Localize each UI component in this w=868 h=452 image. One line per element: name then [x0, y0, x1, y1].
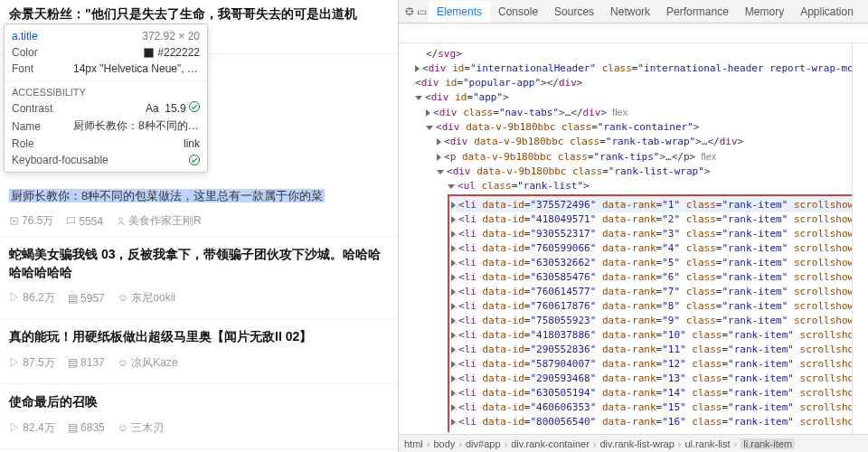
- dom-node-rank-item[interactable]: <li data-id="418037886" data-rank="10" c…: [451, 328, 861, 343]
- comment-count: ▤ 6835: [68, 420, 105, 436]
- tab-network[interactable]: Network: [602, 1, 658, 23]
- divider: [0, 318, 398, 319]
- video-meta: 76.5万 5554 美食作家王刚R: [9, 213, 389, 229]
- divider: [0, 383, 398, 384]
- video-meta: ▷ 82.4万▤ 6835☺ 三木刃: [9, 420, 389, 436]
- divider: [0, 236, 398, 237]
- dom-node-rank-item[interactable]: <li data-id="672936862" data-rank="17" c…: [451, 429, 861, 432]
- comment-icon: [66, 216, 76, 226]
- comment-count: 5554: [66, 213, 103, 229]
- dom-node-rank-item[interactable]: <li data-id="460606353" data-rank="15" c…: [451, 400, 861, 415]
- dom-node-rank-item[interactable]: <li data-id="760599066" data-rank="4" cl…: [451, 241, 861, 256]
- a11y-name-value: 厨师长教你：8种不同的包菜做法，这里…: [73, 118, 200, 134]
- author: ☺ 凉风Kaze: [118, 355, 178, 371]
- tooltip-a11y-header: ACCESSIBILITY: [5, 80, 207, 99]
- dom-node-rank-item[interactable]: <li data-id="630505194" data-rank="14" c…: [451, 386, 861, 400]
- tooltip-font-label: Font: [12, 62, 33, 75]
- author: ☺ 东尼ookii: [118, 290, 175, 306]
- role-value: link: [184, 137, 200, 150]
- play-count: ▷ 87.5万: [9, 355, 55, 371]
- dom-node-rank-item[interactable]: <li data-id="418049571" data-rank="2" cl…: [451, 212, 861, 227]
- dom-node-rank-item[interactable]: <li data-id="758055923" data-rank="9" cl…: [451, 314, 861, 328]
- video-title: 蛇蝎美女骗我钱 03，反被我拿下，带领骗子团伙攻下沙城。哈哈哈哈哈哈哈哈: [9, 246, 389, 281]
- tab-application[interactable]: Application: [792, 1, 862, 23]
- video-item[interactable]: 使命最后的召唤▷ 82.4万▤ 6835☺ 三木刃: [0, 388, 398, 445]
- check-icon: [189, 101, 200, 112]
- author: 美食作家王刚R: [116, 213, 202, 229]
- video-item[interactable]: 真的能玩！用硬纸板做出超级马里奥【闻片无敌II 02】▷ 87.5万▤ 8137…: [0, 323, 398, 380]
- highlighted-title: 厨师长教你：8种不同的包菜做法，这里总有一款属于你的菜: [9, 189, 325, 202]
- video-title: 使命最后的召唤: [9, 393, 389, 411]
- crumb[interactable]: div.rank-list-wrap: [600, 438, 675, 449]
- dom-node-rank-item[interactable]: <li data-id="375572496" data-rank="1" cl…: [451, 198, 861, 212]
- inspector-tooltip: a.title372.92 × 20 Color#222222 Font14px…: [4, 24, 208, 173]
- tooltip-font-value: 14px "Helvetica Neue", Tahoma, Arial, Pi…: [73, 62, 200, 75]
- crumb[interactable]: li.rank-item: [741, 438, 795, 449]
- content-pane: 余景天粉丝："他们只是失去了生命，我哥哥失去的可是出道机会"？？ 厨师长教你：8…: [0, 0, 398, 452]
- dom-node-rank-item[interactable]: <li data-id="800056540" data-rank="16" c…: [451, 415, 861, 429]
- crumb[interactable]: html: [404, 438, 423, 449]
- tab-performance[interactable]: Performance: [658, 1, 737, 23]
- user-icon: [116, 216, 126, 226]
- device-icon[interactable]: ▭: [417, 5, 427, 18]
- tooltip-color-value: #222222: [144, 46, 200, 59]
- contrast-label: Contrast: [12, 102, 52, 115]
- dom-node-rank-item[interactable]: <li data-id="760617876" data-rank="8" cl…: [451, 299, 861, 314]
- dom-node-rank-item[interactable]: <li data-id="587904007" data-rank="12" c…: [451, 357, 861, 372]
- author: ☺ 三木刃: [118, 420, 165, 436]
- inspect-icon[interactable]: ⯐: [404, 5, 415, 18]
- comment-count: ▤ 5957: [68, 290, 105, 306]
- dom-node-rank-item[interactable]: <li data-id="630532662" data-rank="5" cl…: [451, 256, 861, 270]
- tab-elements[interactable]: Elements: [429, 1, 490, 24]
- play-icon: [9, 216, 19, 226]
- play-count: ▷ 86.2万: [9, 290, 55, 306]
- video-item[interactable]: 蛇蝎美女骗我钱 03，反被我拿下，带领骗子团伙攻下沙城。哈哈哈哈哈哈哈哈▷ 86…: [0, 240, 398, 315]
- crumb[interactable]: body: [433, 438, 455, 449]
- tooltip-color-label: Color: [12, 46, 38, 59]
- dom-breadcrumb[interactable]: html›body›div#app›div.rank-container›div…: [399, 434, 868, 452]
- tab-sources[interactable]: Sources: [546, 1, 602, 23]
- devtools-pane: ⯐ ▭ ElementsConsoleSourcesNetworkPerform…: [398, 0, 868, 452]
- play-count: 76.5万: [9, 213, 53, 229]
- crumb[interactable]: div.rank-container: [511, 438, 590, 449]
- dom-node-rank-item[interactable]: <li data-id="290593468" data-rank="13" c…: [451, 372, 861, 386]
- highlighted-item[interactable]: 厨师长教你：8种不同的包菜做法，这里总有一款属于你的菜 76.5万 5554 美…: [0, 186, 398, 232]
- crumb[interactable]: ul.rank-list: [684, 438, 730, 449]
- tab-security[interactable]: Security: [862, 1, 868, 23]
- a11y-name-label: Name: [12, 120, 41, 133]
- check-icon: [189, 155, 200, 165]
- tab-memory[interactable]: Memory: [737, 1, 792, 23]
- color-swatch: [144, 48, 154, 58]
- dom-tree[interactable]: </svg> <div id="internationalHeader" cla…: [399, 43, 868, 432]
- video-meta: ▷ 87.5万▤ 8137☺ 凉风Kaze: [9, 355, 389, 371]
- divider: [0, 448, 398, 449]
- role-label: Role: [12, 137, 34, 150]
- dom-toolbar: [399, 24, 868, 43]
- contrast-value: Aa 15.9: [146, 101, 200, 115]
- video-meta: ▷ 86.2万▤ 5957☺ 东尼ookii: [9, 290, 389, 306]
- tab-console[interactable]: Console: [490, 1, 546, 23]
- tooltip-selector: a.title372.92 × 20: [5, 24, 207, 44]
- video-title: 真的能玩！用硬纸板做出超级马里奥【闻片无敌II 02】: [9, 328, 389, 346]
- devtools-tabs: ⯐ ▭ ElementsConsoleSourcesNetworkPerform…: [399, 0, 868, 24]
- comment-count: ▤ 8137: [68, 355, 105, 371]
- styles-sidebar[interactable]: [852, 43, 868, 434]
- highlighted-dom-region: <li data-id="375572496" data-rank="1" cl…: [448, 194, 864, 432]
- keyboard-focusable-label: Keyboard-focusable: [12, 154, 108, 166]
- dom-node-rank-item[interactable]: <li data-id="930552317" data-rank="3" cl…: [451, 227, 861, 241]
- svg-point-0: [119, 218, 123, 221]
- dom-node-rank-item[interactable]: <li data-id="760614577" data-rank="7" cl…: [451, 285, 861, 299]
- play-count: ▷ 82.4万: [9, 420, 55, 436]
- crumb[interactable]: div#app: [466, 438, 501, 449]
- dom-node-rank-item[interactable]: <li data-id="290552836" data-rank="11" c…: [451, 343, 861, 357]
- dom-node-rank-item[interactable]: <li data-id="630585476" data-rank="6" cl…: [451, 270, 861, 285]
